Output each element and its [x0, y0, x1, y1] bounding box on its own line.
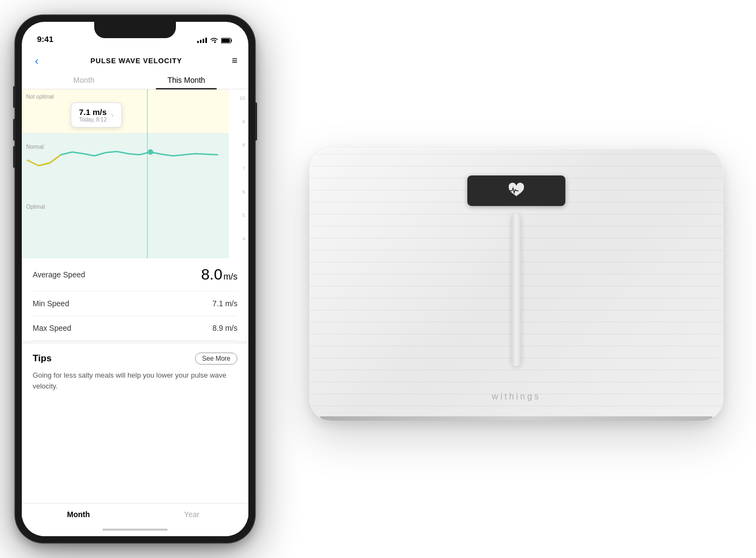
chart-svg: [22, 89, 229, 258]
min-speed-value: 7.1 m/s: [212, 299, 237, 308]
status-time: 9:41: [37, 34, 53, 45]
svg-point-2: [148, 149, 153, 155]
cursor-line: [147, 89, 148, 258]
max-speed-value: 8.9 m/s: [212, 324, 237, 332]
tab-this-month[interactable]: This Month: [135, 71, 237, 89]
stat-row-max: Max Speed 8.9 m/s: [33, 316, 237, 341]
see-more-button[interactable]: See More: [195, 353, 237, 365]
tab-month[interactable]: Month: [33, 71, 135, 89]
max-speed-label: Max Speed: [33, 324, 71, 332]
scale-9: 9: [242, 119, 245, 124]
stats-section: Average Speed 8.0m/s Min Speed 7.1 m/s M…: [22, 258, 248, 341]
notch: [94, 22, 176, 38]
nav-bar: ‹ PULSE WAVE VELOCITY ≡: [22, 48, 248, 71]
stat-row-average: Average Speed 8.0m/s: [33, 258, 237, 292]
bottom-tab-year[interactable]: Year: [135, 504, 248, 523]
status-icons: [197, 37, 233, 45]
page-title: PULSE WAVE VELOCITY: [90, 57, 182, 65]
average-speed-label: Average Speed: [33, 270, 85, 279]
tips-header: Tips See More: [33, 353, 237, 365]
scale-10: 10: [240, 96, 245, 101]
scale-4: 4: [242, 236, 245, 241]
scale-brand: withings: [492, 392, 541, 402]
tips-text: Going for less salty meals will help you…: [33, 370, 237, 391]
scale-handle: [511, 214, 521, 366]
average-speed-value: 8.0m/s: [201, 266, 237, 283]
phone-outer: 9:41: [15, 15, 255, 543]
tooltip-arrow-icon: ›: [111, 111, 114, 119]
home-indicator: [22, 523, 248, 536]
tips-section: Tips See More Going for less salty meals…: [22, 341, 248, 400]
scale-7: 7: [242, 166, 245, 171]
phone-screen: 9:41: [22, 22, 248, 536]
battery-icon: [221, 38, 233, 44]
scale-display: [467, 175, 565, 206]
tips-title: Tips: [33, 353, 52, 364]
chart-area: Not optimal Normal Optimal 10 9 8 7 6 5 …: [22, 89, 248, 258]
min-speed-label: Min Speed: [33, 299, 69, 308]
menu-button[interactable]: ≡: [231, 55, 237, 66]
scale-bottom-edge: [320, 416, 712, 421]
stat-row-min: Min Speed 7.1 m/s: [33, 292, 237, 316]
heart-icon: [507, 181, 526, 201]
scale-5: 5: [242, 213, 245, 218]
scene: 9:41: [0, 0, 756, 558]
chart-tooltip: 7.1 m/s Today, 8:12 ›: [71, 102, 122, 128]
tooltip-date: Today, 8:12: [79, 117, 107, 123]
scale-wrapper: withings: [309, 116, 723, 442]
scale-8: 8: [242, 143, 245, 148]
scale-6: 6: [242, 190, 245, 195]
home-indicator-bar: [102, 529, 168, 531]
bottom-tabs: Month Year: [22, 503, 248, 523]
svg-rect-1: [222, 39, 230, 43]
app-content: ‹ PULSE WAVE VELOCITY ≡ Month This Month: [22, 48, 248, 536]
phone: 9:41: [15, 15, 255, 543]
scale-body: withings: [309, 148, 723, 421]
tab-selector: Month This Month: [22, 71, 248, 89]
wifi-icon: [210, 37, 218, 44]
bottom-tab-month[interactable]: Month: [22, 504, 135, 523]
signal-icon: [197, 38, 207, 43]
tooltip-value: 7.1 m/s: [79, 107, 107, 117]
back-button[interactable]: ‹: [33, 52, 41, 69]
